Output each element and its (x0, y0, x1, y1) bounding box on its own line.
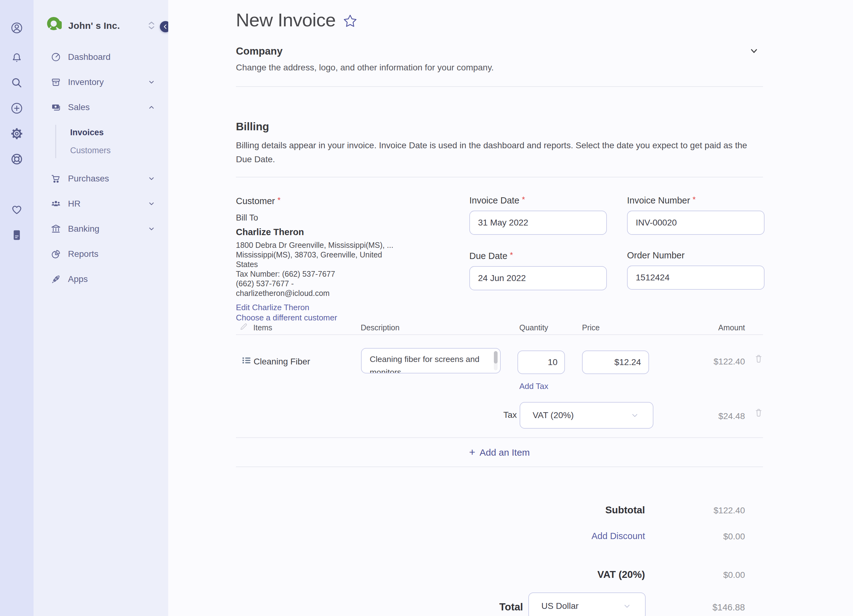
chevron-down-icon (148, 79, 155, 86)
company-logo[interactable] (46, 15, 63, 32)
apps-rocket-icon (51, 274, 61, 285)
due-date-input[interactable] (469, 266, 607, 290)
company-section-heading: Company (236, 45, 763, 57)
customer-email: charlizetheron@icloud.com (236, 289, 463, 298)
sidebar-item-label: Inventory (68, 77, 104, 87)
required-mark: * (278, 195, 281, 205)
item-description-text: Cleaning fiber for screens and monitors (362, 349, 500, 374)
description-column-header: Description (361, 323, 399, 332)
sidebar-nav: Dashboard Inventory Sales (33, 44, 168, 292)
vat-value: $0.00 (652, 570, 745, 580)
banking-bank-icon (51, 224, 61, 234)
switch-company-icon[interactable] (147, 20, 156, 30)
support-lifebuoy-icon[interactable] (10, 152, 24, 166)
delete-item-trash-icon[interactable] (754, 354, 763, 364)
hr-people-icon (51, 198, 61, 209)
sidebar-item-dashboard[interactable]: Dashboard (33, 44, 168, 70)
chevron-down-icon (148, 225, 155, 233)
billing-section-description: Billing details appear in your invoice. … (236, 138, 751, 166)
sidebar-item-invoices[interactable]: Invoices (33, 123, 168, 141)
bill-to-label: Bill To (236, 213, 463, 223)
account-icon[interactable] (10, 21, 24, 35)
tax-select[interactable]: VAT (20%) (520, 402, 653, 429)
favorite-star-icon[interactable] (343, 14, 357, 28)
favorites-heart-icon[interactable] (10, 203, 24, 216)
price-column-header: Price (582, 323, 600, 332)
subtotal-label: Subtotal (453, 504, 645, 516)
sidebar-item-label: Apps (68, 274, 88, 284)
sidebar-item-inventory[interactable]: Inventory (33, 70, 168, 95)
customer-address: 1800 Debra Dr Greenville, Mississippi(MS… (236, 241, 463, 298)
customer-label: Customer* (236, 195, 463, 206)
page-title-row: New Invoice (236, 9, 357, 31)
sidebar-item-label: Reports (68, 249, 99, 259)
divider (236, 86, 763, 87)
item-name[interactable]: Cleaning Fiber (253, 357, 310, 366)
chevron-up-icon (148, 104, 155, 111)
total-label: Total (453, 601, 523, 613)
sidebar-item-reports[interactable]: Reports (33, 241, 168, 266)
sales-icon (51, 102, 61, 113)
total-value: $146.88 (652, 602, 745, 613)
invoice-date-field: Invoice Date* (469, 195, 607, 235)
divider (236, 177, 763, 177)
amount-column-header: Amount (664, 323, 745, 332)
delete-tax-trash-icon[interactable] (754, 407, 763, 418)
sidebar-item-purchases[interactable]: Purchases (33, 166, 168, 191)
sidebar-item-label: Dashboard (68, 52, 111, 62)
tax-label: Tax (490, 410, 517, 420)
settings-gear-icon[interactable] (10, 127, 24, 141)
currency-select-value: US Dollar (541, 593, 578, 616)
item-quantity-input[interactable] (518, 351, 565, 374)
sidebar-item-label: Customers (70, 146, 111, 155)
sidebar-item-banking[interactable]: Banking (33, 216, 168, 241)
address-line: States (236, 260, 463, 269)
sidebar-item-label: Purchases (68, 174, 109, 184)
chevron-down-icon (630, 411, 639, 420)
company-collapse-chevron-icon[interactable] (749, 46, 759, 56)
choose-customer-link[interactable]: Choose a different customer (236, 313, 463, 323)
billing-section-heading: Billing (236, 120, 269, 133)
purchases-cart-icon (51, 173, 61, 184)
company-name[interactable]: John' s Inc. (68, 20, 120, 31)
sidebar-item-apps[interactable]: Apps (33, 266, 168, 292)
order-number-field: Order Number (627, 250, 765, 290)
notifications-icon[interactable] (10, 51, 24, 64)
item-description-textarea[interactable]: Cleaning fiber for screens and monitors (361, 348, 501, 374)
textarea-scrollbar-thumb[interactable] (494, 351, 498, 363)
subtotal-value: $122.40 (652, 506, 745, 516)
item-amount: $122.40 (664, 357, 745, 366)
add-tax-link[interactable]: Add Tax (519, 381, 548, 391)
edit-customer-link[interactable]: Edit Charlize Theron (236, 303, 463, 313)
sidebar-item-label: HR (68, 199, 80, 209)
item-price-input[interactable] (582, 351, 649, 374)
customer-name: Charlize Theron (236, 227, 463, 237)
chevron-down-icon (148, 200, 155, 207)
invoice-number-input[interactable] (627, 210, 765, 235)
main-area: New Invoice Company Change the address, … (168, 0, 853, 616)
add-discount-link[interactable]: Add Discount (453, 531, 645, 541)
required-mark: * (510, 250, 513, 260)
sidebar-item-sales[interactable]: Sales (33, 95, 168, 120)
due-date-field: Due Date* (469, 250, 607, 290)
order-number-input[interactable] (627, 265, 765, 290)
order-number-label: Order Number (627, 250, 765, 260)
documents-icon[interactable] (10, 228, 24, 242)
sidebar-item-hr[interactable]: HR (33, 191, 168, 216)
customer-tax-number: Tax Number: (662) 537-7677 (236, 269, 463, 279)
tax-amount: $24.48 (664, 411, 745, 421)
discount-value: $0.00 (652, 532, 745, 542)
plus-icon: + (469, 446, 475, 458)
add-new-icon[interactable] (10, 101, 24, 115)
icon-rail (0, 0, 33, 616)
currency-select[interactable]: US Dollar (528, 592, 646, 616)
drag-handle-icon[interactable] (241, 356, 252, 365)
add-item-button[interactable]: +Add an Item (236, 446, 763, 458)
invoice-date-input[interactable] (469, 210, 607, 235)
invoice-number-field: Invoice Number* (627, 195, 765, 235)
sidebar-item-customers[interactable]: Customers (33, 141, 168, 159)
required-mark: * (692, 195, 696, 204)
due-date-label: Due Date* (469, 250, 607, 261)
search-icon[interactable] (10, 76, 24, 90)
required-mark: * (522, 195, 525, 204)
